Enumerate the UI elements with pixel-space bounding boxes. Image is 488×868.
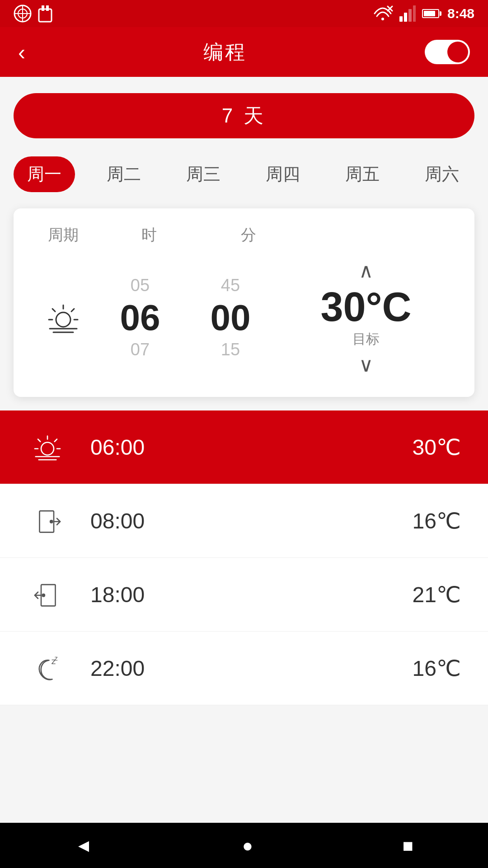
- temp-down-button[interactable]: ∨: [345, 349, 387, 381]
- nav-home-button[interactable]: ●: [224, 831, 271, 860]
- svg-point-22: [41, 443, 54, 455]
- svg-point-35: [42, 594, 45, 596]
- temp-label: 目标: [352, 330, 380, 349]
- picker-header: 周期 时 分: [32, 225, 456, 245]
- period-label: 周期: [32, 225, 95, 245]
- page-title: 编程: [203, 39, 247, 66]
- temp-value: 30°C: [320, 287, 411, 327]
- schedule-temp-1: 16℃: [413, 508, 461, 533]
- days-section: 7 天: [0, 77, 488, 147]
- svg-line-24: [38, 439, 40, 442]
- tab-saturday[interactable]: 周六: [411, 156, 473, 192]
- main-content: 7 天 周一 周二 周三 周四 周五 周六 周期 时 分: [0, 77, 488, 760]
- svg-point-32: [50, 520, 52, 523]
- svg-rect-11: [404, 13, 407, 22]
- nav-back-button[interactable]: ◄: [56, 831, 111, 860]
- sd-icon: [37, 5, 53, 23]
- status-bar: 8:48: [0, 0, 488, 27]
- svg-point-7: [381, 18, 384, 20]
- svg-rect-5: [42, 5, 44, 11]
- schedule-time-3: 22:00: [90, 656, 413, 681]
- back-button[interactable]: ‹: [18, 40, 25, 65]
- days-button[interactable]: 7 天: [14, 93, 474, 138]
- tab-friday[interactable]: 周五: [332, 156, 393, 192]
- svg-rect-4: [39, 9, 52, 22]
- battery-icon: [422, 9, 439, 18]
- schedule-time-1: 08:00: [90, 509, 413, 533]
- wifi-icon: [372, 5, 393, 22]
- min-next: 15: [185, 338, 276, 362]
- min-current: 00: [185, 298, 276, 338]
- min-label: 分: [203, 225, 294, 245]
- schedule-list: 06:00 30℃ 08:00 16℃: [0, 410, 488, 705]
- time-display: 8:48: [447, 6, 474, 21]
- hour-next: 07: [95, 338, 185, 362]
- status-icons: [14, 5, 53, 23]
- svg-text:z: z: [55, 655, 58, 662]
- schedule-temp-3: 16℃: [413, 656, 461, 681]
- tab-wednesday[interactable]: 周三: [173, 156, 234, 192]
- nav-recent-button[interactable]: ■: [384, 831, 431, 860]
- signal-icon: [399, 5, 416, 22]
- hour-prev: 05: [95, 274, 185, 297]
- header: ‹ 编程: [0, 27, 488, 77]
- picker-body: 05 06 07 45 00 15 ∧ 30°C 目标 ∨: [32, 255, 456, 381]
- hour-label: 时: [104, 225, 194, 245]
- tab-monday[interactable]: 周一: [14, 156, 75, 192]
- sim-icon: [14, 5, 32, 23]
- schedule-temp-0: 30℃: [413, 434, 461, 460]
- svg-rect-12: [408, 9, 412, 22]
- schedule-item-3[interactable]: z z 22:00 16℃: [0, 632, 488, 705]
- svg-line-25: [55, 439, 57, 442]
- schedule-item-0[interactable]: 06:00 30℃: [0, 410, 488, 484]
- sunrise-picker-icon: [45, 300, 81, 336]
- svg-rect-10: [399, 16, 403, 22]
- svg-point-14: [56, 312, 70, 327]
- toggle-knob: [447, 42, 468, 62]
- tab-tuesday[interactable]: 周二: [93, 156, 155, 192]
- svg-line-16: [52, 309, 55, 311]
- schedule-time-2: 18:00: [90, 582, 413, 607]
- schedule-icon-sleep: z z: [27, 648, 68, 689]
- svg-rect-13: [413, 5, 416, 22]
- schedule-icon-leave: [27, 500, 68, 541]
- schedule-time-0: 06:00: [90, 435, 413, 460]
- time-picker-card: 周期 时 分: [14, 208, 474, 397]
- schedule-icon-arrive: [27, 574, 68, 615]
- temp-up-button[interactable]: ∧: [345, 255, 387, 287]
- schedule-temp-2: 21℃: [413, 582, 461, 607]
- svg-line-17: [71, 309, 74, 311]
- schedule-icon-sunrise: [27, 427, 68, 467]
- hour-current: 06: [95, 298, 185, 338]
- status-right: 8:48: [372, 5, 474, 22]
- schedule-item-2[interactable]: 18:00 21℃: [0, 558, 488, 632]
- schedule-item-1[interactable]: 08:00 16℃: [0, 484, 488, 558]
- power-toggle[interactable]: [425, 40, 470, 64]
- day-tabs: 周一 周二 周三 周四 周五 周六: [0, 147, 488, 199]
- min-prev: 45: [185, 274, 276, 297]
- min-picker[interactable]: 45 00 15: [185, 274, 276, 361]
- svg-rect-6: [46, 5, 49, 11]
- temp-picker: ∧ 30°C 目标 ∨: [276, 255, 456, 381]
- bottom-navigation: ◄ ● ■: [0, 823, 488, 868]
- period-icon-col: [32, 300, 95, 336]
- tab-thursday[interactable]: 周四: [252, 156, 314, 192]
- hour-picker[interactable]: 05 06 07: [95, 274, 185, 361]
